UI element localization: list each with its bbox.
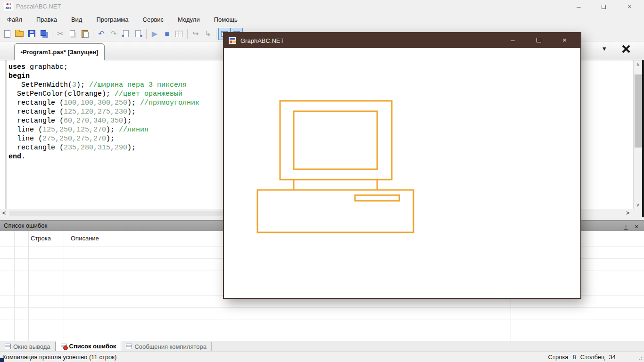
menu-help[interactable]: Помощь xyxy=(207,14,245,25)
column-label: Столбец xyxy=(580,354,605,361)
nav-forward-icon xyxy=(135,30,141,37)
maximize-button[interactable] xyxy=(593,0,614,13)
compiler-messages-icon xyxy=(126,344,132,349)
toolbar-separator xyxy=(146,29,147,39)
graphabc-close-button[interactable]: × xyxy=(554,33,575,48)
table-gridline xyxy=(14,231,15,341)
toolbar-separator xyxy=(216,29,216,39)
monitor-screen xyxy=(294,111,377,169)
graphabc-maximize-icon xyxy=(537,38,541,42)
screen-edge xyxy=(642,60,644,217)
copy-button[interactable] xyxy=(66,28,79,40)
error-list-icon xyxy=(61,344,67,349)
disk-slot xyxy=(355,195,399,201)
column-description-header[interactable]: Описание xyxy=(71,235,99,242)
nav-back-button[interactable] xyxy=(120,28,132,40)
compile-status-message: Компиляция прошла успешно (11 строк) xyxy=(2,354,116,361)
nav-forward-button[interactable] xyxy=(132,28,144,40)
resize-grip[interactable] xyxy=(641,359,642,360)
tab-output-window-label: Окно вывода xyxy=(13,343,50,350)
stop-button[interactable]: ■ xyxy=(161,28,173,40)
bottom-tab-bar: Окно выводаСписок ошибокСообщения компил… xyxy=(0,341,644,351)
tab-list-dropdown-icon[interactable]: ▾ xyxy=(603,44,606,53)
new-file-button[interactable] xyxy=(1,28,13,40)
tab-compiler-messages[interactable]: Сообщения компилятора xyxy=(121,342,212,351)
code-line: line (275,250,275,270); xyxy=(8,134,199,143)
run-button[interactable]: ▶ xyxy=(149,28,161,40)
graphabc-title: GraphABC.NET xyxy=(240,37,284,44)
menu-view[interactable]: Вид xyxy=(64,14,90,25)
code-text: uses graphabc;begin SetPenWidth(3); //ши… xyxy=(8,63,199,161)
code-line: rectangle (60,270,340,350); xyxy=(8,116,199,125)
code-line: rectangle (235,280,315,290); xyxy=(8,143,199,152)
nav-back-icon xyxy=(123,30,129,37)
save-all-icon xyxy=(41,30,46,36)
caret-position: Строка 8 Столбец 34 xyxy=(548,354,616,361)
column-value: 34 xyxy=(609,354,616,361)
editor-vertical-scrollbar[interactable]: ∧ ∨ xyxy=(633,60,642,209)
title-bar: AB abc PascalABC.NET – × xyxy=(0,0,644,13)
scroll-right-icon[interactable]: > xyxy=(626,210,629,216)
scroll-down-icon[interactable]: ∨ xyxy=(634,202,642,207)
line-label: Строка xyxy=(548,354,569,361)
open-file-button[interactable] xyxy=(13,28,25,40)
copy-icon xyxy=(70,30,75,36)
tab-compiler-messages-label: Сообщения компилятора xyxy=(134,343,206,350)
menu-program[interactable]: Программа xyxy=(89,14,135,25)
menu-modules[interactable]: Модули xyxy=(171,14,207,25)
graphabc-window-icon xyxy=(229,37,236,44)
line-value: 8 xyxy=(573,354,576,361)
app-title: PascalABC.NET xyxy=(16,3,61,10)
status-bar: Компиляция прошла успешно (11 строк) Стр… xyxy=(0,351,644,362)
menu-bar: ФайлПравкаВидПрограммаСервисМодулиПомощь xyxy=(0,13,644,26)
open-file-icon xyxy=(15,31,24,37)
undo-button[interactable]: ↶ xyxy=(95,28,107,40)
graphabc-minimize-button[interactable]: – xyxy=(502,33,523,48)
editor-gutter xyxy=(5,60,7,209)
redo-button[interactable]: ↷ xyxy=(107,28,120,40)
toolbar-separator xyxy=(52,29,52,39)
menu-service[interactable]: Сервис xyxy=(136,14,171,25)
close-button[interactable]: × xyxy=(619,0,640,13)
code-line: rectangle (100,100,300,250); //прямоугол… xyxy=(8,99,199,107)
table-gridline xyxy=(28,231,29,341)
code-line: SetPenColor(clOrange); //цвет оранжевый xyxy=(8,90,199,99)
tab-error-list[interactable]: Список ошибок xyxy=(56,341,122,351)
new-file-icon xyxy=(4,30,10,38)
system-unit xyxy=(257,190,413,232)
code-line: line (125,250,125,270); //линия xyxy=(8,125,199,134)
step-over-button[interactable]: ↪ xyxy=(190,28,202,40)
scroll-left-icon[interactable]: < xyxy=(2,210,6,216)
scroll-up-icon[interactable]: ∧ xyxy=(634,62,642,67)
code-line: begin xyxy=(8,72,199,81)
breakpoint-grid-button[interactable] xyxy=(173,28,185,40)
code-line: rectangle (125,120,275,230); xyxy=(8,107,199,116)
tab-error-list-label: Список ошибок xyxy=(69,343,116,350)
tab-close-icon[interactable]: × xyxy=(621,40,631,58)
code-line: uses graphabc; xyxy=(8,63,199,72)
save-all-button[interactable] xyxy=(38,28,50,40)
menu-edit[interactable]: Правка xyxy=(29,14,64,25)
code-line: SetPenWidth(3); //ширина пера 3 пикселя xyxy=(8,81,199,90)
graphabc-title-bar[interactable]: GraphABC.NET – × xyxy=(224,33,580,48)
graphabc-window[interactable]: GraphABC.NET – × xyxy=(223,32,581,299)
toolbar-separator xyxy=(187,29,188,39)
step-into-button[interactable]: ↳ xyxy=(202,28,214,40)
paste-button[interactable] xyxy=(79,28,91,40)
maximize-icon xyxy=(602,5,606,9)
graphabc-maximize-button[interactable] xyxy=(528,33,549,48)
tab-output-window[interactable]: Окно вывода xyxy=(0,342,56,351)
minimize-button[interactable]: – xyxy=(568,0,589,13)
monitor-outline xyxy=(280,101,392,180)
code-line: end. xyxy=(8,152,199,161)
breakpoint-grid-icon xyxy=(175,31,183,37)
cut-button[interactable]: ✂ xyxy=(54,28,66,40)
menu-file[interactable]: Файл xyxy=(0,14,29,25)
error-panel-close-icon[interactable]: × xyxy=(635,222,638,232)
app-logo-icon: AB abc xyxy=(4,2,13,11)
column-line-header[interactable]: Строка xyxy=(31,235,51,242)
document-tab[interactable]: •Program1.pas* [Запущен] xyxy=(14,43,105,61)
save-button[interactable] xyxy=(25,28,38,40)
vertical-scroll-thumb[interactable] xyxy=(635,74,642,148)
taskbar-peek xyxy=(0,358,4,362)
